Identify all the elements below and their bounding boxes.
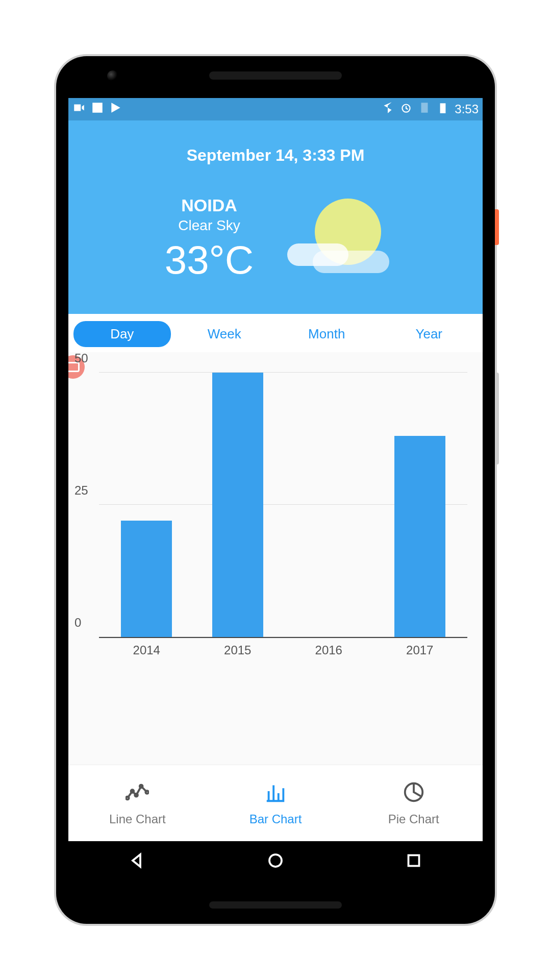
android-nav-bar — [68, 841, 483, 882]
svg-rect-2 — [440, 103, 446, 113]
no-sim-icon — [418, 101, 431, 117]
device-frame: 3:53 September 14, 3:33 PM NOIDA Clear S… — [56, 56, 495, 924]
y-tick: 25 — [74, 483, 88, 498]
home-button[interactable] — [266, 851, 285, 872]
location-name: NOIDA — [165, 195, 254, 215]
image-icon — [91, 101, 104, 117]
x-tick: 2017 — [394, 643, 445, 657]
bar — [121, 521, 172, 637]
temperature: 33°C — [165, 237, 254, 283]
bar — [212, 373, 263, 637]
svg-point-3 — [126, 796, 129, 799]
svg-point-9 — [269, 854, 282, 867]
video-icon — [72, 101, 86, 117]
y-tick: 0 — [74, 616, 81, 630]
tab-week[interactable]: Week — [176, 321, 273, 347]
tab-label: Line Chart — [109, 812, 166, 826]
bar-chart: 02550 — [99, 373, 467, 638]
bluetooth-icon — [381, 101, 394, 117]
tab-month[interactable]: Month — [278, 321, 375, 347]
battery-icon — [436, 101, 449, 117]
phone-bottom-speaker — [209, 901, 342, 909]
chart-area: 02550 2014201520162017 — [68, 352, 483, 765]
alarm-icon — [399, 101, 413, 117]
pie-chart-icon — [402, 780, 425, 807]
overview-button[interactable] — [405, 851, 423, 872]
tab-year[interactable]: Year — [381, 321, 478, 347]
range-tabs: Day Week Month Year — [68, 314, 483, 352]
chart-type-tabs: Line Chart Bar Chart Pie Chart — [68, 765, 483, 841]
y-tick: 50 — [74, 351, 88, 365]
status-bar: 3:53 — [68, 98, 483, 120]
tab-bar-chart[interactable]: Bar Chart — [207, 765, 345, 841]
bar-chart-icon — [264, 780, 287, 807]
svg-rect-1 — [421, 103, 428, 113]
weather-card: September 14, 3:33 PM NOIDA Clear Sky 33… — [68, 120, 483, 314]
play-store-icon — [109, 101, 122, 117]
x-tick: 2016 — [303, 643, 354, 657]
back-button[interactable] — [128, 851, 146, 872]
x-tick: 2014 — [121, 643, 172, 657]
screen: 3:53 September 14, 3:33 PM NOIDA Clear S… — [68, 98, 483, 882]
weather-icon — [294, 199, 386, 280]
tab-label: Pie Chart — [388, 812, 439, 826]
line-chart-icon — [126, 780, 149, 807]
phone-speaker — [209, 71, 342, 80]
tab-label: Bar Chart — [249, 812, 302, 826]
svg-rect-10 — [408, 855, 419, 866]
tab-pie-chart[interactable]: Pie Chart — [344, 765, 483, 841]
tab-day[interactable]: Day — [73, 321, 171, 347]
x-tick: 2015 — [212, 643, 263, 657]
tab-line-chart[interactable]: Line Chart — [68, 765, 207, 841]
status-time: 3:53 — [455, 102, 479, 116]
front-camera — [107, 70, 118, 82]
bar — [394, 436, 445, 637]
current-date: September 14, 3:33 PM — [79, 146, 472, 165]
weather-condition: Clear Sky — [165, 217, 254, 234]
